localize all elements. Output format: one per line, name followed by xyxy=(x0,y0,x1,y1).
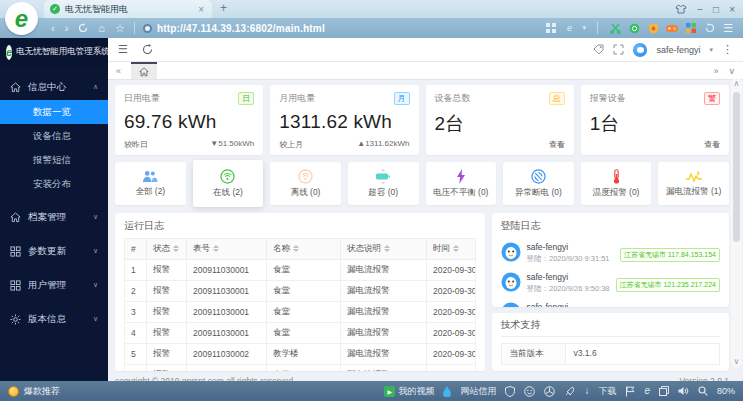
windows-icon[interactable] xyxy=(659,386,669,396)
vertical-scrollbar[interactable]: ∧ ∨ xyxy=(731,78,742,368)
search-icon[interactable] xyxy=(698,386,708,396)
sidebar-group-params[interactable]: 参数更新 ∨ xyxy=(0,238,108,264)
screenshot-scissors-icon[interactable] xyxy=(609,22,621,34)
sidebar-item-alarm-sms[interactable]: 报警短信 xyxy=(0,148,108,172)
refresh-icon[interactable] xyxy=(78,23,88,33)
fan-icon[interactable] xyxy=(544,386,555,397)
scrollbar-thumb[interactable] xyxy=(733,92,740,242)
col-status[interactable]: 状态 xyxy=(147,239,187,260)
browser-logo-icon[interactable]: e xyxy=(5,2,38,35)
sidebar-group-archive[interactable]: 档案管理 ∨ xyxy=(0,204,108,230)
tabs-list-icon[interactable]: ∨ xyxy=(728,66,735,76)
home-icon[interactable]: ⌂ xyxy=(98,23,105,34)
site-info-icon[interactable] xyxy=(143,24,152,33)
chevron-down-icon: ∨ xyxy=(93,281,98,289)
forward-icon[interactable]: › xyxy=(65,23,69,34)
mode-caret-icon[interactable]: ▾ xyxy=(583,24,587,32)
day-badge: 日 xyxy=(238,92,254,105)
sort-icon xyxy=(293,245,299,252)
col-meter-no[interactable]: 表号 xyxy=(187,239,267,260)
drop-icon[interactable] xyxy=(443,386,451,397)
table-row[interactable]: 3报警200911030001食堂漏电流报警2020-09-30 09:14:5… xyxy=(125,302,476,323)
table-row[interactable]: 2报警200911030001食堂漏电流报警2020-09-30 09:19:5… xyxy=(125,281,476,302)
theme-skin-icon[interactable] xyxy=(675,4,687,14)
filter-voltage-imbalance[interactable]: 电压不平衡 (0) xyxy=(426,162,497,205)
user-menu[interactable]: safe-fengyi xyxy=(656,45,700,55)
my-video-item[interactable]: ▶ 我的视频 xyxy=(384,385,434,398)
view-devices-link[interactable]: 查看 xyxy=(549,139,565,150)
filter-power-cut[interactable]: 异常断电 (0) xyxy=(503,162,574,205)
table-row[interactable]: 1报警200911030001食堂漏电流报警2020-09-30 09:29:5… xyxy=(125,260,476,281)
download-item[interactable]: 下载 xyxy=(598,385,616,398)
new-tab-button[interactable]: + xyxy=(212,0,235,18)
shield-icon[interactable] xyxy=(505,386,515,397)
minimize-button[interactable]: − xyxy=(697,4,703,15)
fullscreen-icon[interactable] xyxy=(613,44,624,55)
security-shield-icon[interactable] xyxy=(647,22,659,34)
sidebar-item-data-overview[interactable]: 数据一览 xyxy=(0,100,108,124)
user-caret-icon[interactable]: ▾ xyxy=(709,46,713,54)
table-row[interactable]: 4报警200911030001食堂漏电流报警2020-09-30 09:10:0… xyxy=(125,323,476,344)
scroll-up-icon[interactable]: ∧ xyxy=(734,78,740,90)
table-row[interactable]: 5报警200911030002教学楼漏电流报警2020-09-30 09:05:… xyxy=(125,344,476,365)
scroll-down-icon[interactable]: ∨ xyxy=(734,356,740,368)
game-center-icon[interactable] xyxy=(666,22,678,34)
signal-online-icon xyxy=(220,169,235,184)
more-options-icon[interactable]: ⋮ xyxy=(722,43,733,56)
sidebar-item-device-info[interactable]: 设备信息 xyxy=(0,124,108,148)
restore-session-icon[interactable] xyxy=(704,22,716,34)
maximize-button[interactable]: □ xyxy=(713,4,719,15)
tabs-scroll-right-icon[interactable]: » xyxy=(713,66,718,76)
address-input[interactable]: http://47.114.39.13:6802/main.html xyxy=(143,23,545,34)
window-close-button[interactable]: × xyxy=(729,4,735,15)
back-icon[interactable]: ‹ xyxy=(51,23,55,34)
sidebar-group-info-center[interactable]: 信息中心 ∧ xyxy=(0,74,108,100)
apps-grid-icon[interactable] xyxy=(685,22,697,34)
collapse-menu-icon[interactable]: ☰ xyxy=(118,43,128,56)
filter-over-capacity[interactable]: 超容 (0) xyxy=(348,162,419,205)
rocket-icon[interactable] xyxy=(564,386,575,397)
sidebar-item-install-distribution[interactable]: 安装分布 xyxy=(0,172,108,196)
face-icon[interactable] xyxy=(524,386,535,397)
tab-close-icon[interactable]: × xyxy=(196,4,206,15)
col-name[interactable]: 名称 xyxy=(267,239,341,260)
flag-icon[interactable] xyxy=(625,386,635,397)
wallet-icon[interactable] xyxy=(628,22,640,34)
tag-icon[interactable] xyxy=(593,44,604,55)
run-log-title: 运行日志 xyxy=(124,219,476,238)
home-page-tab[interactable] xyxy=(131,62,157,79)
dashboard-content: 日用电量日 69.76 kWh 较昨日▼51.50kWh 月用电量月 1311.… xyxy=(108,80,743,381)
filter-leakage-alarm[interactable]: 漏电流报警 (1) xyxy=(658,162,729,205)
filter-online[interactable]: 在线 (2) xyxy=(193,160,264,207)
filter-offline[interactable]: 离线 (0) xyxy=(270,162,341,205)
compare-label: 较上月 xyxy=(279,139,303,150)
col-status-desc[interactable]: 状态说明 xyxy=(341,239,427,260)
promo-item[interactable]: 爆款推荐 xyxy=(8,385,60,398)
login-entry: safe-fengyi 登陆：2020/9/30 9:31:51 江苏省无锡市 … xyxy=(501,238,720,268)
sidebar-group-version[interactable]: 版本信息 ∨ xyxy=(0,306,108,332)
login-location-badge: 江苏省无锡市 117.84.153.154 xyxy=(620,248,720,262)
user-avatar xyxy=(501,242,521,262)
app-brand-title: 电无忧智能用电管理系统 xyxy=(16,46,110,58)
site-credit-item[interactable]: 网站信用 xyxy=(460,385,496,398)
device-filter-row: 全部 (2) 在线 (2) 离线 (0) 超容 (0) xyxy=(115,162,729,207)
table-row[interactable]: 6报警200911030001食堂漏电流报警2020-09-30 09:05:0… xyxy=(125,365,476,372)
sidebar-group-users[interactable]: 用户管理 ∨ xyxy=(0,272,108,298)
reload-icon[interactable] xyxy=(142,44,153,55)
extensions-grid-icon[interactable] xyxy=(545,22,557,34)
favorite-star-icon[interactable]: ☆ xyxy=(115,23,125,34)
zoom-level[interactable]: 80% xyxy=(717,386,735,396)
view-alarms-link[interactable]: 查看 xyxy=(704,139,720,150)
speaker-icon[interactable] xyxy=(678,386,689,396)
tabs-scroll-left-icon[interactable]: « xyxy=(116,66,121,76)
col-time[interactable]: 时间 xyxy=(427,239,476,260)
speed-down-icon[interactable]: ↓ xyxy=(584,386,589,396)
browser-tab[interactable]: ✓ 电无忧智能用电 × xyxy=(44,0,212,18)
app-toolbar: ☰ safe-fengyi ▾ ⋮ xyxy=(108,38,743,62)
filter-all[interactable]: 全部 (2) xyxy=(115,162,186,205)
browser-e-icon[interactable]: e xyxy=(644,386,650,396)
filter-temperature-alarm[interactable]: 温度报警 (0) xyxy=(581,162,652,205)
browser-menu-icon[interactable]: ☰ xyxy=(723,23,733,34)
browser-mode-icon[interactable]: e xyxy=(564,22,576,34)
user-avatar[interactable] xyxy=(633,43,647,57)
